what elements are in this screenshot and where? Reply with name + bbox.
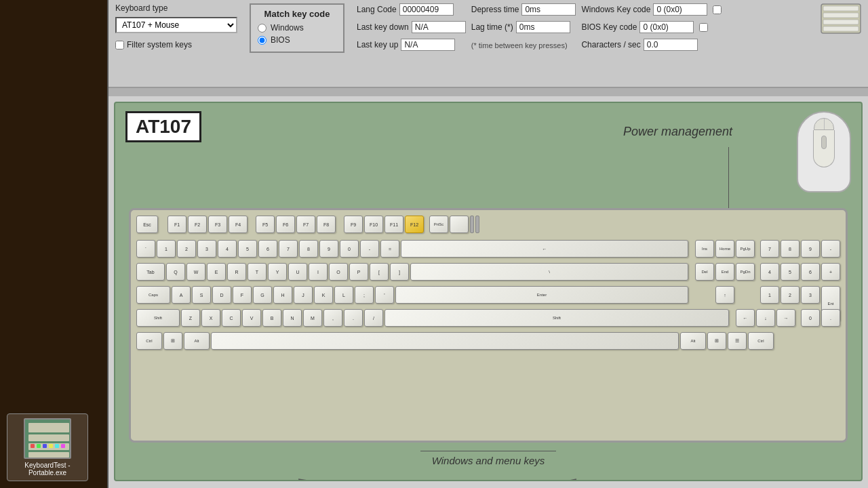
bios-key-checkbox[interactable] (699, 23, 708, 32)
key-left[interactable]: ← (736, 309, 755, 327)
key-num-4[interactable]: 4 (760, 263, 779, 281)
key-o[interactable]: O (329, 263, 348, 281)
bios-radio[interactable] (258, 36, 267, 45)
key-f12[interactable]: F12 (405, 216, 424, 233)
key-z[interactable]: Z (181, 309, 200, 327)
key-esc[interactable]: Esc (136, 216, 158, 233)
key-3[interactable]: 3 (197, 240, 216, 258)
key-n[interactable]: N (283, 309, 302, 327)
key-num-2[interactable]: 2 (781, 286, 800, 304)
key-5[interactable]: 5 (238, 240, 257, 258)
key-space[interactable] (211, 332, 679, 350)
key-f2[interactable]: F2 (188, 216, 207, 233)
key-g[interactable]: G (253, 286, 272, 304)
key-w[interactable]: W (186, 263, 205, 281)
key-num-8[interactable]: 8 (781, 240, 800, 258)
key-l[interactable]: L (334, 286, 353, 304)
key-9[interactable]: 9 (319, 240, 338, 258)
key-num-dot[interactable]: . (821, 309, 840, 327)
key-num-5[interactable]: 5 (781, 263, 800, 281)
key-j[interactable]: J (294, 286, 313, 304)
key-rctrl[interactable]: Ctrl (748, 332, 774, 350)
key-s[interactable]: S (192, 286, 211, 304)
key-f3[interactable]: F3 (208, 216, 227, 233)
key-capslock[interactable]: Caps (136, 286, 170, 304)
key-num-lock[interactable]: 7 (760, 240, 779, 258)
key-h[interactable]: H (273, 286, 292, 304)
key-v[interactable]: V (242, 309, 261, 327)
key-a[interactable]: A (172, 286, 191, 304)
key-4[interactable]: 4 (218, 240, 237, 258)
taskbar-icon[interactable]: KeyboardTest -Portable.exe (7, 413, 88, 481)
key-f5[interactable]: F5 (256, 216, 275, 233)
key-f11[interactable]: F11 (384, 216, 403, 233)
key-0[interactable]: 0 (340, 240, 359, 258)
key-pgdn[interactable]: PgDn (736, 263, 755, 281)
key-rshift[interactable]: Shift (384, 309, 729, 327)
key-rbracket[interactable]: ] (390, 263, 409, 281)
key-k[interactable]: K (314, 286, 333, 304)
keyboard-type-select[interactable]: AT107 + Mouse (115, 17, 237, 33)
key-2[interactable]: 2 (177, 240, 196, 258)
key-down[interactable]: ↓ (756, 309, 775, 327)
key-lctrl[interactable]: Ctrl (136, 332, 162, 350)
key-lshift[interactable]: Shift (136, 309, 180, 327)
key-u[interactable]: U (288, 263, 307, 281)
key-q[interactable]: Q (166, 263, 185, 281)
key-m[interactable]: M (303, 309, 322, 327)
key-equals[interactable]: = (380, 240, 399, 258)
key-rwin[interactable]: ⊞ (707, 332, 726, 350)
key-pause[interactable] (450, 216, 469, 233)
key-right[interactable]: → (776, 309, 795, 327)
key-lalt[interactable]: Alt (184, 332, 210, 350)
key-lbracket[interactable]: [ (370, 263, 389, 281)
key-up[interactable]: ↑ (715, 286, 734, 304)
key-comma[interactable]: , (323, 309, 342, 327)
key-f[interactable]: F (233, 286, 252, 304)
filter-checkbox[interactable] (115, 41, 124, 49)
key-x[interactable]: X (201, 309, 220, 327)
key-enter[interactable]: Enter (395, 286, 688, 304)
key-f6[interactable]: F6 (276, 216, 295, 233)
key-f10[interactable]: F10 (364, 216, 383, 233)
windows-key-checkbox[interactable] (713, 5, 722, 14)
key-backspace[interactable]: ← (401, 240, 688, 258)
key-num-9[interactable]: 9 (801, 240, 820, 258)
key-i[interactable]: I (309, 263, 328, 281)
key-num-plus2[interactable]: + (821, 263, 840, 281)
key-p[interactable]: P (349, 263, 368, 281)
key-lwin[interactable]: ⊞ (163, 332, 182, 350)
key-1[interactable]: 1 (157, 240, 176, 258)
key-period[interactable]: . (344, 309, 363, 327)
key-c[interactable]: C (222, 309, 241, 327)
key-f8[interactable]: F8 (317, 216, 336, 233)
key-backtick[interactable]: ` (136, 240, 155, 258)
key-home[interactable]: Home (715, 240, 734, 258)
key-num-1[interactable]: 1 (760, 286, 779, 304)
key-d[interactable]: D (212, 286, 231, 304)
key-f7[interactable]: F7 (296, 216, 315, 233)
key-num-0[interactable]: 0 (801, 309, 820, 327)
key-num-plus[interactable]: - (821, 240, 840, 258)
key-slash[interactable]: / (364, 309, 383, 327)
key-backslash[interactable]: \ (410, 263, 688, 281)
key-delete[interactable]: Del (695, 263, 714, 281)
key-prtsc[interactable]: PrtSc (429, 216, 448, 233)
key-end[interactable]: End (715, 263, 734, 281)
key-f9[interactable]: F9 (344, 216, 363, 233)
windows-radio[interactable] (258, 24, 267, 33)
key-tab[interactable]: Tab (136, 263, 165, 281)
key-insert[interactable]: Ins (695, 240, 714, 258)
key-pgup[interactable]: PgUp (736, 240, 755, 258)
key-t[interactable]: T (248, 263, 267, 281)
key-y[interactable]: Y (268, 263, 287, 281)
key-num-6[interactable]: 6 (801, 263, 820, 281)
key-semicolon[interactable]: ; (355, 286, 374, 304)
key-6[interactable]: 6 (258, 240, 277, 258)
key-f4[interactable]: F4 (229, 216, 248, 233)
key-8[interactable]: 8 (299, 240, 318, 258)
key-r[interactable]: R (227, 263, 246, 281)
key-num-3[interactable]: 3 (801, 286, 820, 304)
key-f1[interactable]: F1 (167, 216, 186, 233)
key-e[interactable]: E (207, 263, 226, 281)
